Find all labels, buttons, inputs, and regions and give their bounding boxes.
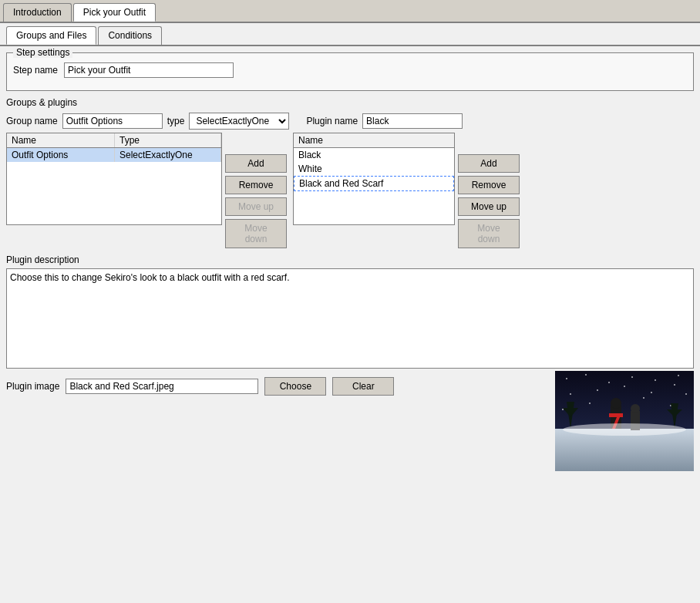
plugin-name-input[interactable] [362,113,463,129]
plugin-move-down-button[interactable]: Move down [458,219,520,248]
step-settings-group: Step settings Step name [6,52,694,91]
group-table-header: Name Type [7,133,221,148]
plugin-move-up-button[interactable]: Move up [458,197,520,216]
type-select[interactable]: SelectExactlyOne SelectAtLeastOne Select… [189,113,289,130]
group-col-type-header: Type [115,133,221,147]
tab-introduction[interactable]: Introduction [3,3,72,22]
group-table: Name Type Outfit Options SelectExactlyOn… [6,133,222,225]
plugin-list: Name Black White Black and Red Scarf [293,133,455,225]
tab-pick-outfit[interactable]: Pick your Outfit [73,3,156,22]
group-panel: Name Type Outfit Options SelectExactlyOn… [6,133,287,248]
group-add-button[interactable]: Add [225,154,287,173]
panels-row: Name Type Outfit Options SelectExactlyOn… [6,133,694,248]
plugin-list-header: Name [294,133,454,148]
plugin-image-left: Plugin image Choose Clear [6,371,549,396]
step-name-label: Step name [13,65,58,76]
tab-groups-files[interactable]: Groups and Files [6,26,96,45]
groups-plugins-label: Groups & plugins [6,97,694,108]
list-item[interactable]: Black [294,148,454,162]
preview-canvas [555,371,694,471]
group-header-row: Group name type SelectExactlyOne SelectA… [6,113,694,130]
main-content: Step settings Step name Groups & plugins… [0,46,700,477]
group-row-name: Outfit Options [7,148,115,162]
group-table-container: Name Type Outfit Options SelectExactlyOn… [6,133,222,225]
list-item[interactable]: White [294,162,454,176]
bottom-area: Plugin image Choose Clear [6,371,694,471]
plugin-image-input[interactable] [66,379,258,394]
plugin-name-label: Plugin name [306,116,358,126]
plugin-description-label: Plugin description [6,254,694,265]
plugin-remove-button[interactable]: Remove [458,176,520,194]
plugin-image-row: Plugin image Choose Clear [6,377,549,396]
group-move-down-button[interactable]: Move down [225,219,287,248]
groups-plugins-section: Groups & plugins Group name type SelectE… [6,97,694,248]
plugin-buttons-col: Add Remove Move up Move down [458,133,520,248]
image-preview [555,371,694,471]
plugin-description-textarea[interactable]: Choose this to change Sekiro's look to a… [6,268,694,369]
group-col-name-header: Name [7,133,115,147]
tab-conditions[interactable]: Conditions [98,26,162,45]
step-settings-title: Step settings [13,47,72,58]
table-row[interactable]: Outfit Options SelectExactlyOne [7,148,221,162]
group-move-up-button[interactable]: Move up [225,197,287,216]
group-name-input[interactable] [62,113,163,129]
plugin-panel: Name Black White Black and Red Scarf Add… [293,133,694,248]
secondary-tab-bar: Groups and Files Conditions [0,23,700,46]
choose-button[interactable]: Choose [264,377,326,396]
plugin-description-section: Plugin description Choose this to change… [6,254,694,371]
list-item[interactable]: Black and Red Scarf [294,176,454,191]
plugin-add-button[interactable]: Add [458,154,520,173]
group-row-type: SelectExactlyOne [115,148,221,162]
plugin-list-container: Name Black White Black and Red Scarf [293,133,455,225]
type-label: type [167,116,185,126]
step-name-input[interactable] [64,62,234,78]
group-remove-button[interactable]: Remove [225,176,287,194]
group-name-label: Group name [6,116,58,126]
top-tab-bar: Introduction Pick your Outfit [0,0,700,23]
clear-button[interactable]: Clear [332,377,394,396]
group-buttons-col: Add Remove Move up Move down [225,133,287,248]
plugin-image-label: Plugin image [6,381,59,392]
